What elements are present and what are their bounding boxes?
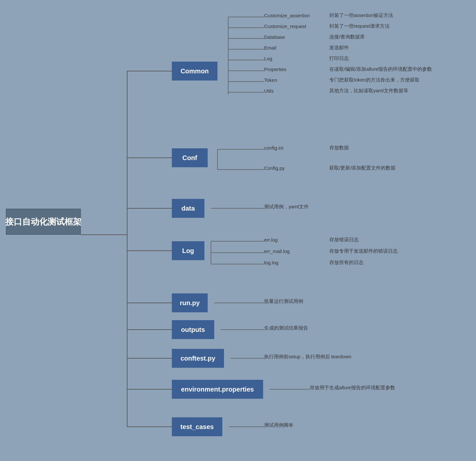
branch-runpy-label: run.py xyxy=(180,299,200,307)
branch-conftest: conftest.py xyxy=(172,349,224,368)
leaf-runpy-0: 批量运行测试用例 xyxy=(264,298,316,305)
leaf-name: 存放用于生成allure报告的环境配置参数 xyxy=(310,385,395,391)
leaf-log-1: err_mail.log 存放专用于发送邮件的错误日志 xyxy=(264,248,398,254)
mind-map: 接口自动化测试框架 Common Customize_assertion 封装了… xyxy=(0,0,476,461)
leaf-common-6: Token 专门把获取token的方法拎出来，方便获取 xyxy=(264,77,420,83)
leaf-desc: 存放专用于发送邮件的错误日志 xyxy=(329,248,398,254)
leaf-desc: 存放错误日志 xyxy=(329,237,359,243)
leaf-log-2: log.log 存放所有的日志 xyxy=(264,260,364,266)
leaf-common-4: Log 打印日志 xyxy=(264,55,349,62)
leaf-name: 执行用例前setup，执行用例后 teardown xyxy=(264,354,351,360)
leaf-desc: 封装了一些assertion验证方法 xyxy=(329,12,393,19)
branch-log: Log xyxy=(172,241,204,260)
branch-testcases: test_cases xyxy=(172,417,222,436)
leaf-desc: 发送邮件 xyxy=(329,45,349,51)
leaf-desc: 专门把获取token的方法拎出来，方便获取 xyxy=(329,77,420,83)
leaf-desc: 其他方法，比如读取yaml文件数据等 xyxy=(329,88,408,94)
branch-conftest-label: conftest.py xyxy=(181,355,216,362)
leaf-outputs-0: 生成的测试结果报告 xyxy=(264,325,316,331)
leaf-conf-1: Config.py 获取/更新/添加配置文件的数据 xyxy=(264,165,395,171)
leaf-name: 测试用例，yaml文件 xyxy=(264,204,316,210)
leaf-name: Token xyxy=(264,77,316,83)
branch-testcases-label: test_cases xyxy=(180,423,214,431)
leaf-desc: 封装了一些request请求方法 xyxy=(329,23,390,29)
branch-log-label: Log xyxy=(182,247,194,255)
leaf-name: 生成的测试结果报告 xyxy=(264,325,316,331)
leaf-envprops-0: 存放用于生成allure报告的环境配置参数 xyxy=(310,385,395,391)
branch-common-label: Common xyxy=(181,67,209,75)
leaf-desc: 连接/查询数据库 xyxy=(329,34,365,40)
leaf-common-3: Email 发送邮件 xyxy=(264,45,349,51)
leaf-name: Properties xyxy=(264,67,316,72)
branch-common: Common xyxy=(172,62,217,81)
leaf-name: Log xyxy=(264,56,316,61)
leaf-testcases-0: 测试用例脚本 xyxy=(264,422,316,428)
branch-runpy: run.py xyxy=(172,293,208,312)
root-node: 接口自动化测试框架 xyxy=(6,209,81,235)
leaf-name: Utils xyxy=(264,88,316,94)
leaf-data-0: 测试用例，yaml文件 xyxy=(264,204,316,210)
leaf-common-1: Customize_request 封装了一些request请求方法 xyxy=(264,23,390,29)
leaf-name: Customize_request xyxy=(264,23,316,29)
leaf-desc: 存放数据 xyxy=(329,145,349,151)
branch-outputs-label: outputs xyxy=(181,326,205,334)
leaf-common-5: Properties 在读取/编辑/添加allure报告的环境配置中的参数 xyxy=(264,66,432,72)
leaf-name: Email xyxy=(264,45,316,51)
branch-data-label: data xyxy=(181,205,195,212)
leaf-common-2: Database 连接/查询数据库 xyxy=(264,34,365,40)
branch-conf: Conf xyxy=(172,148,208,167)
leaf-name: err_mail.log xyxy=(264,248,316,254)
branch-outputs: outputs xyxy=(172,320,214,339)
leaf-name: log.log xyxy=(264,260,316,265)
leaf-name: 测试用例脚本 xyxy=(264,422,316,428)
leaf-conf-0: config.ini 存放数据 xyxy=(264,145,349,151)
root-label: 接口自动化测试框架 xyxy=(5,216,82,228)
leaf-desc: 存放所有的日志 xyxy=(329,260,364,266)
leaf-conftest-0: 执行用例前setup，执行用例后 teardown xyxy=(264,354,351,360)
branch-data: data xyxy=(172,199,204,218)
leaf-desc: 获取/更新/添加配置文件的数据 xyxy=(329,165,395,171)
leaf-name: Database xyxy=(264,34,316,40)
branch-envprops: environment.properties xyxy=(172,380,263,399)
leaf-desc: 在读取/编辑/添加allure报告的环境配置中的参数 xyxy=(329,66,432,72)
leaf-common-7: Utils 其他方法，比如读取yaml文件数据等 xyxy=(264,88,408,94)
leaf-common-0: Customize_assertion 封装了一些assertion验证方法 xyxy=(264,12,393,19)
leaf-name: Config.py xyxy=(264,165,316,171)
leaf-name: err.log xyxy=(264,237,316,243)
leaf-name: 批量运行测试用例 xyxy=(264,298,316,305)
branch-envprops-label: environment.properties xyxy=(181,386,254,393)
leaf-name: config.ini xyxy=(264,145,316,151)
leaf-desc: 打印日志 xyxy=(329,55,349,62)
leaf-name: Customize_assertion xyxy=(264,13,316,18)
leaf-log-0: err.log 存放错误日志 xyxy=(264,237,359,243)
branch-conf-label: Conf xyxy=(182,154,197,162)
